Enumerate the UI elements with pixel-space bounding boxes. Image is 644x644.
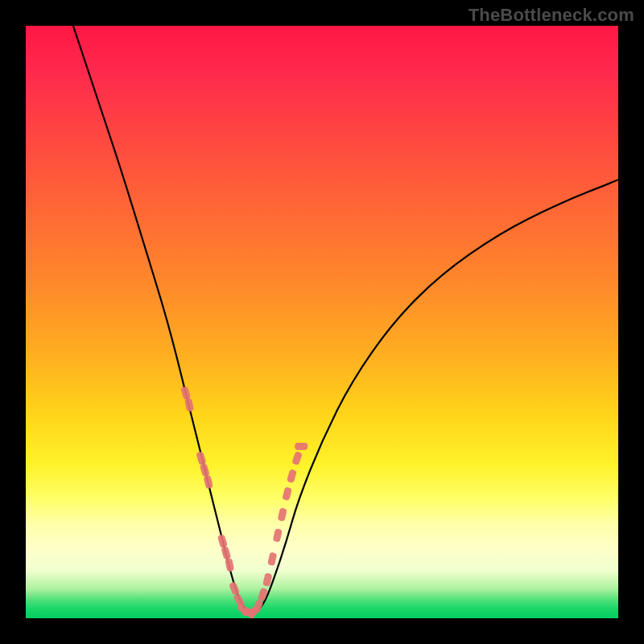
curve-group <box>73 26 618 613</box>
plot-area <box>26 26 618 618</box>
highlight-marker <box>184 398 194 412</box>
highlight-marker <box>291 451 303 465</box>
highlight-marker <box>267 552 277 567</box>
highlight-marker <box>196 451 206 465</box>
highlight-marker <box>225 558 234 572</box>
highlight-marker <box>295 443 308 450</box>
highlight-marker <box>180 386 191 400</box>
highlight-marker <box>200 463 210 477</box>
chart-frame: TheBottleneck.com <box>0 0 644 644</box>
highlight-marker <box>258 588 268 602</box>
highlight-marker <box>282 487 292 502</box>
watermark-text: TheBottleneck.com <box>469 5 634 26</box>
highlight-marker <box>229 581 240 596</box>
highlight-marker <box>217 534 228 548</box>
highlight-markers <box>180 386 308 619</box>
highlight-marker <box>203 475 213 489</box>
highlight-marker <box>273 528 283 543</box>
highlight-marker <box>278 507 287 522</box>
highlight-marker <box>221 546 231 560</box>
highlight-marker <box>287 469 297 483</box>
bottleneck-curve <box>73 26 618 613</box>
bottleneck-curve-svg <box>26 26 618 618</box>
